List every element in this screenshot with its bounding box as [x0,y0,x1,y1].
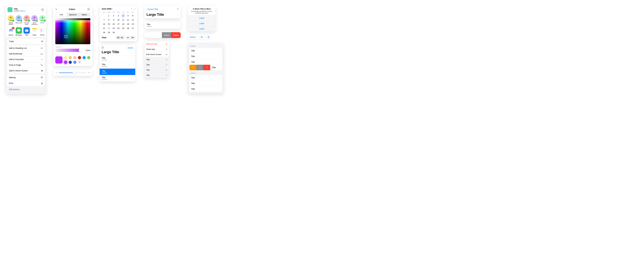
eyedropper-icon[interactable]: ✎ [55,8,57,11]
list-row[interactable]: TitleSubtitle› [100,68,135,75]
action-item[interactable]: MarkupⒶ [7,75,45,81]
swipe-delete-button[interactable]: Delete [171,32,181,38]
close-button[interactable]: ✕ [41,8,44,11]
calendar-day[interactable]: 5 [126,13,130,18]
sidebar-toggle-icon[interactable] [102,46,104,49]
app[interactable]: Messages [15,27,22,36]
options-link[interactable]: Options › [20,10,26,12]
swipe-action-orange[interactable] [190,65,196,70]
list-row[interactable]: TitleSubtitle› [100,62,135,68]
info-button[interactable] [199,35,204,39]
color-swatch[interactable] [87,56,90,59]
calendar-day[interactable]: 3 [116,13,121,18]
calendar-day[interactable]: 27 [130,26,135,30]
calendar-next-button[interactable]: › [134,7,135,10]
list-row[interactable]: TitleSubtitle› [100,75,135,82]
copy-action[interactable]: Copy⧉ [7,39,45,44]
person[interactable]: Allison Cain [15,15,22,25]
alert-button[interactable]: Label [188,21,216,26]
brightness-thumb[interactable] [73,71,76,74]
button[interactable]: Button [188,35,198,39]
calendar-month[interactable]: June 2020 › [102,7,113,10]
add-circle-button[interactable] [206,35,211,39]
list-row[interactable]: Title› [190,75,222,81]
calendar-day[interactable]: 6 [130,13,135,18]
person[interactable]: Eric and Stella [23,15,30,25]
calendar-day[interactable]: 8 [106,18,111,22]
action-item[interactable]: Find on Page🔍 [7,62,45,68]
calendar-day[interactable]: 13 [130,18,135,22]
opacity-thumb[interactable] [79,48,82,52]
am-option[interactable]: AM [126,36,130,39]
opacity-slider[interactable] [55,49,82,52]
color-grid[interactable] [55,18,90,44]
calendar-day[interactable]: 24 [116,26,121,30]
color-swatch[interactable] [82,56,86,59]
picker-tab[interactable]: Sliders [78,13,90,16]
edit-actions-link[interactable]: Edit Actions... [7,87,45,93]
calendar-day[interactable]: 17 [116,22,121,26]
calendar-day[interactable]: 11 [121,18,126,22]
calendar-day[interactable]: 7 [102,18,106,22]
calendar-day[interactable]: 1 [106,13,111,18]
calendar-day[interactable]: 19 [126,22,130,26]
list-row[interactable]: Title› [190,81,222,86]
calendar-day[interactable]: 2 [111,13,116,18]
time-value[interactable]: 09 : 41 [116,36,124,39]
calendar-day[interactable]: 23 [111,26,116,30]
calendar-day[interactable]: 21 [102,26,106,30]
calendar-day[interactable]: 10 [116,18,121,22]
calendar-prev-button[interactable]: ‹ [131,7,132,10]
app[interactable]: 2Airdrop [7,27,14,36]
calendar-day[interactable]: 26 [126,26,130,30]
list-row[interactable]: TitleSubtitle› [100,55,135,62]
swipe-row-title[interactable]: Title [210,65,222,70]
calendar-day[interactable]: 12 [126,18,130,22]
person[interactable]: Shelley Willems [7,15,14,25]
calendar-day[interactable]: 18 [121,22,126,26]
calendar-day[interactable]: 29 [106,30,111,34]
context-menu-item[interactable]: Title☆ [144,57,169,62]
app[interactable]: Notes [31,27,38,36]
nav-row[interactable]: Title Subtitle › [144,22,181,29]
color-swatch[interactable] [73,56,76,59]
add-swatch-button[interactable]: + [78,61,81,64]
list-row[interactable]: Title› [190,54,222,59]
action-item[interactable]: Add Bookmark📖 [7,51,45,57]
picker-close-button[interactable]: ✕ [87,7,90,11]
brightness-slider[interactable] [59,73,86,73]
color-swatch[interactable] [78,56,81,59]
alert-button[interactable]: Label [188,26,216,31]
context-menu-item[interactable]: Title☆ [144,73,169,78]
action-link[interactable]: Action [128,47,133,49]
list-row[interactable]: Title› [190,86,222,92]
swipe-action-gray[interactable] [196,65,203,70]
color-swatch[interactable] [64,56,67,59]
context-menu-item[interactable]: Title☆ [144,62,169,67]
swipe-action-button[interactable]: Action [162,32,171,38]
back-button[interactable]: ‹ Parent Title [146,8,158,10]
color-swatch[interactable] [64,61,67,64]
person[interactable]: Beam Seilaudom [31,15,38,25]
ampm-toggle[interactable]: AM PM [125,36,135,39]
context-menu-item[interactable]: Title☆ [144,67,169,73]
calendar-day[interactable]: 22 [106,26,111,30]
person[interactable]: Da Kn [39,15,46,25]
color-swatch[interactable] [69,61,72,64]
calendar-day[interactable]: 4 [121,13,126,18]
action-item[interactable]: Print🖨 [7,81,45,86]
picker-tab[interactable]: Spectrum [67,13,78,16]
context-menu-item[interactable]: Share App⇧ [144,47,169,52]
calendar-day[interactable]: 30 [111,30,116,34]
action-item[interactable]: Add to Reading List👓 [7,45,45,51]
context-menu-item[interactable]: Remove App⊖ [144,41,169,47]
app[interactable]: Mail [23,27,30,36]
add-button[interactable]: + [177,7,179,11]
app[interactable]: Remin [39,27,46,36]
calendar-day[interactable]: 9 [111,18,116,22]
swipe-cell[interactable]: › [144,32,162,38]
color-swatch[interactable] [73,61,76,64]
calendar-day[interactable]: 14 [102,22,106,26]
action-item[interactable]: Add to Home Screen⊞ [7,68,45,73]
list-row[interactable]: Title› [190,48,222,54]
